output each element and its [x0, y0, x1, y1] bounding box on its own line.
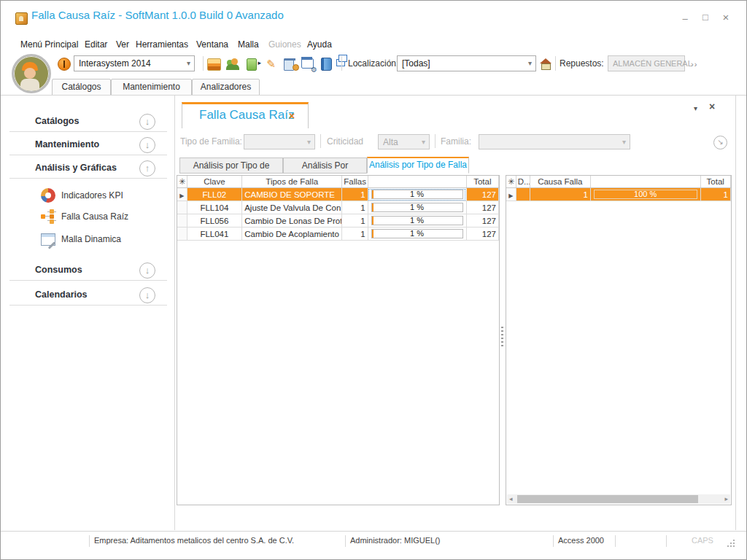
- chevron-down-circle-icon[interactable]: ↓: [139, 137, 155, 153]
- sidebar-item-malla-dinamica[interactable]: Malla Dinamica: [41, 232, 121, 246]
- cell-pct: 1 %: [368, 214, 466, 228]
- menu-menu-principal[interactable]: Menú Principal: [20, 38, 78, 51]
- menu-editar[interactable]: Editar: [85, 38, 107, 51]
- scroll-left-icon[interactable]: ◂: [509, 494, 513, 504]
- grid-splitter[interactable]: [499, 175, 506, 504]
- fallas-table: ✳ Clave Tipos de Falla Fallas Total ▶ FL…: [177, 176, 499, 241]
- resize-grip-icon[interactable]: [727, 545, 729, 547]
- document-tab-falla-causa-raiz[interactable]: Falla Causa Raíz ×: [182, 102, 309, 128]
- col-header-clave[interactable]: Clave: [187, 176, 242, 188]
- divider: [735, 96, 736, 530]
- chevron-down-icon[interactable]: ▾: [187, 59, 190, 67]
- horizontal-scrollbar[interactable]: ◂ ▸: [507, 494, 730, 504]
- export-icon[interactable]: [245, 57, 259, 71]
- document-close-icon[interactable]: ×: [709, 101, 715, 112]
- statusbar-empresa: Empresa: Aditamentos metalicos del centr…: [94, 531, 294, 550]
- scrollbar-thumb[interactable]: [517, 495, 698, 503]
- company-combo[interactable]: Interasystem 2014 ▾: [74, 55, 195, 71]
- sidebar-group-catalogos[interactable]: Catálogos: [35, 110, 79, 132]
- tab-mantenimiento[interactable]: Mantenimiento: [111, 79, 192, 96]
- menu-malla[interactable]: Malla: [238, 38, 259, 51]
- status-power-icon: [58, 58, 71, 71]
- book-icon[interactable]: [320, 57, 333, 71]
- sidebar-item-falla-causa-raiz[interactable]: Falla Causa Raíz: [41, 209, 128, 224]
- select-all-icon[interactable]: ✳: [506, 176, 516, 188]
- repuestos-label: Repuestos:: [560, 55, 604, 71]
- toolbar-separator: [555, 56, 556, 71]
- users-icon[interactable]: [226, 57, 240, 71]
- menu-herramientas[interactable]: Herramientas: [136, 38, 188, 51]
- cell-pct: 1 %: [368, 201, 466, 214]
- table-row[interactable]: FLL104 Ajuste De Valvula De Con... 1 1 %…: [177, 201, 499, 214]
- tab-close-icon[interactable]: ×: [289, 110, 295, 122]
- col-header-total[interactable]: Total: [700, 176, 731, 188]
- menu-ventana[interactable]: Ventana: [196, 38, 228, 51]
- chevron-down-circle-icon[interactable]: ↓: [139, 287, 155, 303]
- subtab-analisis-por-tipo-de-falla[interactable]: Análisis por Tipo de Falla: [367, 157, 469, 174]
- select-all-icon[interactable]: ✳: [177, 176, 187, 188]
- criticidad-label: Criticidad: [327, 134, 363, 149]
- calculator-icon[interactable]: [283, 57, 297, 71]
- sidebar-group-analisis-y-graficas[interactable]: Análisis y Gráficas: [35, 157, 117, 179]
- col-header-total[interactable]: Total: [466, 176, 498, 188]
- chevron-down-circle-icon[interactable]: ↓: [139, 262, 155, 279]
- table-row[interactable]: ▶ FLL02 CAMBIO DE SOPORTE 1 1 % 127: [177, 188, 499, 201]
- col-header-pct[interactable]: [590, 176, 700, 188]
- cell-total: 127: [466, 188, 498, 201]
- toolbar-separator: [341, 56, 342, 71]
- tab-analizadores[interactable]: Analizadores: [192, 79, 260, 96]
- table-row[interactable]: FLL056 Cambio De Lonas De Prot... 1 1 % …: [177, 214, 499, 228]
- col-header-tipos-de-falla[interactable]: Tipos de Falla: [242, 176, 342, 188]
- tab-catalogos[interactable]: Catálogos: [52, 79, 111, 96]
- toolbar-overflow-button[interactable]: ››: [691, 60, 697, 69]
- subtab-analisis-por-elemento[interactable]: Análisis Por Elemento: [283, 158, 367, 174]
- scroll-right-icon[interactable]: ▸: [724, 494, 728, 504]
- user-avatar[interactable]: [12, 54, 51, 93]
- sidebar-group-calendarios[interactable]: Calendarios: [35, 284, 88, 306]
- minimize-icon[interactable]: –: [678, 13, 692, 25]
- avatar-body: [20, 79, 39, 90]
- window-settings-icon[interactable]: ⚙: [301, 57, 315, 71]
- maximize-icon[interactable]: □: [698, 12, 713, 23]
- localizacion-combo[interactable]: [Todas] ▾: [397, 55, 536, 71]
- criticidad-combo-value: Alta: [383, 137, 398, 147]
- fallas-grid: ✳ Clave Tipos de Falla Fallas Total ▶ FL…: [177, 175, 500, 505]
- tree-diagram-icon: [41, 209, 55, 224]
- menu-ayuda[interactable]: Ayuda: [307, 38, 332, 51]
- col-header-fallas[interactable]: Fallas: [342, 176, 368, 188]
- repuestos-field-value: ALMACÉN GENERAL: [613, 59, 692, 68]
- col-header-causa-falla[interactable]: Causa Falla: [530, 176, 590, 188]
- table-row[interactable]: FLL041 Cambio De Acoplamiento 1 1 % 127: [177, 228, 499, 241]
- divider: [1, 95, 746, 96]
- chevron-down-icon[interactable]: ▾: [528, 59, 532, 67]
- close-icon[interactable]: ×: [719, 12, 733, 23]
- repuestos-field: ALMACÉN GENERAL: [608, 55, 685, 71]
- collapse-panel-icon[interactable]: ↘: [713, 136, 727, 149]
- sidebar-item-label: Falla Causa Raíz: [61, 211, 128, 222]
- chevron-down-circle-icon[interactable]: ↓: [139, 114, 155, 130]
- document-dropdown-icon[interactable]: ▾: [694, 104, 697, 114]
- home-icon[interactable]: [540, 58, 551, 69]
- splitter-handle-icon[interactable]: [501, 327, 503, 347]
- cell-fallas: 1: [342, 228, 368, 241]
- cell-clave: FLL041: [187, 228, 242, 241]
- sidebar-item-indicadores-kpi[interactable]: Indicadores KPI: [41, 188, 123, 203]
- image-icon[interactable]: [207, 57, 221, 71]
- avatar-face: [24, 68, 36, 79]
- subtab-analisis-por-tipo-de-familia[interactable]: Análisis por Tipo de Familia: [179, 158, 283, 174]
- menu-ver[interactable]: Ver: [116, 38, 129, 51]
- cell-tipo: CAMBIO DE SOPORTE: [242, 188, 342, 201]
- statusbar-separator: [666, 535, 667, 547]
- cell-pct: 100 %: [590, 188, 700, 201]
- sidebar-group-mantenimiento[interactable]: Mantenimiento: [35, 133, 99, 155]
- edit-icon[interactable]: ✎: [264, 57, 278, 71]
- col-header-pct[interactable]: [368, 176, 466, 188]
- chevron-up-circle-icon[interactable]: ↑: [139, 160, 155, 176]
- chevron-down-icon: ▾: [307, 138, 311, 146]
- sidebar-group-consumos[interactable]: Consumos: [35, 259, 82, 281]
- table-row[interactable]: ▶ 1 100 % 1: [506, 188, 731, 201]
- statusbar-separator: [553, 535, 554, 547]
- cell-tipo: Ajuste De Valvula De Con...: [242, 201, 342, 214]
- col-header-d[interactable]: D...: [516, 176, 530, 188]
- app-window: Falla Causa Raíz - SoftMant 1.0.0 Build …: [0, 0, 747, 560]
